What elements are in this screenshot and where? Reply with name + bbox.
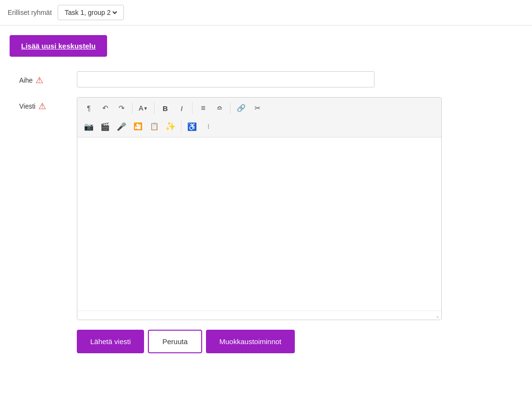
image-button[interactable]: 📷 [81, 119, 97, 134]
video-button[interactable]: 🎦 [130, 119, 145, 134]
accessibility-icon: ♿ [187, 122, 197, 131]
subject-required-icon: ⚠ [36, 75, 43, 86]
redo-icon: ↷ [119, 104, 125, 112]
form-actions: Lähetä viesti Peruuta Muokkaustoiminnot [10, 330, 522, 353]
toolbar-row-1: ¶ ↶ ↷ A ▼ [81, 100, 437, 116]
grid-icon: ⁝ [207, 123, 209, 130]
divider-5 [181, 121, 181, 132]
unordered-list-icon: ≡ [201, 104, 206, 112]
undo-button[interactable]: ↶ [97, 100, 113, 116]
message-row: Viesti ⚠ ¶ ↶ ↷ [19, 97, 522, 320]
divider-2 [154, 102, 155, 114]
undo-icon: ↶ [102, 104, 109, 112]
copy-button[interactable]: 📋 [146, 119, 162, 134]
top-bar: Erilliset ryhmät Task 1, group 2 Task 1,… [0, 0, 532, 25]
divider-4 [230, 102, 230, 114]
form-section: Aihe ⚠ Viesti ⚠ ¶ ↶ [10, 71, 522, 320]
link-button[interactable]: 🔗 [233, 100, 249, 116]
task-group-dropdown[interactable]: Task 1, group 2 Task 1, group 1 Task 2, … [63, 8, 119, 17]
format-icon: ¶ [87, 104, 91, 112]
video-camera-icon: 🎦 [133, 122, 143, 131]
link-icon: 🔗 [237, 104, 246, 112]
add-discussion-button[interactable]: Lisää uusi keskustelu [10, 35, 107, 57]
star-icon: ✨ [165, 121, 176, 132]
editor-toolbar: ¶ ↶ ↷ A ▼ [77, 98, 441, 137]
subject-input[interactable] [77, 71, 375, 87]
divider-1 [132, 102, 133, 114]
italic-icon: I [181, 104, 182, 112]
unordered-list-button[interactable]: ≡ [195, 100, 211, 116]
font-icon: A [139, 104, 143, 112]
editor-container: ¶ ↶ ↷ A ▼ [77, 97, 442, 320]
message-required-icon: ⚠ [38, 101, 46, 112]
special-button[interactable]: ✨ [163, 119, 178, 134]
separate-groups-label: Erilliset ryhmät [8, 9, 52, 16]
italic-button[interactable]: I [174, 100, 189, 116]
ordered-list-icon: ≏ [217, 104, 223, 112]
edit-actions-button[interactable]: Muokkaustoiminnot [206, 330, 295, 353]
microphone-icon: 🎤 [117, 122, 126, 131]
ordered-list-button[interactable]: ≏ [212, 100, 227, 116]
task-group-select[interactable]: Task 1, group 2 Task 1, group 1 Task 2, … [58, 5, 124, 20]
send-button[interactable]: Lähetä viesti [77, 330, 144, 353]
toolbar-row-2: 📷 🎬 🎤 🎦 📋 [81, 119, 437, 134]
media-icon: 🎬 [100, 122, 110, 131]
message-editor-area[interactable] [77, 137, 441, 310]
font-button[interactable]: A ▼ [135, 100, 151, 116]
cancel-button[interactable]: Peruuta [148, 330, 202, 353]
main-content: Lisää uusi keskustelu Aihe ⚠ Viesti ⚠ [0, 25, 532, 363]
media-button[interactable]: 🎬 [97, 119, 113, 134]
message-label-container: Viesti ⚠ [19, 97, 77, 112]
font-dropdown-icon: ▼ [143, 106, 148, 111]
remove-format-button[interactable]: ✂ [250, 100, 265, 116]
subject-row: Aihe ⚠ [19, 71, 522, 87]
scissors-icon: ✂ [254, 104, 261, 112]
format-button[interactable]: ¶ [81, 100, 97, 116]
divider-3 [192, 102, 193, 114]
resize-handle: ⌞ [77, 310, 441, 320]
redo-button[interactable]: ↷ [114, 100, 129, 116]
bold-icon: B [163, 104, 168, 112]
audio-button[interactable]: 🎤 [114, 119, 129, 134]
subject-label-container: Aihe ⚠ [19, 71, 77, 86]
image-icon: 📷 [84, 122, 94, 131]
accessibility-button[interactable]: ♿ [184, 119, 200, 134]
bold-button[interactable]: B [157, 100, 173, 116]
subject-label: Aihe [19, 76, 33, 84]
message-label: Viesti [19, 102, 36, 110]
table-button[interactable]: ⁝ [201, 119, 216, 134]
copy-icon: 📋 [150, 122, 159, 131]
